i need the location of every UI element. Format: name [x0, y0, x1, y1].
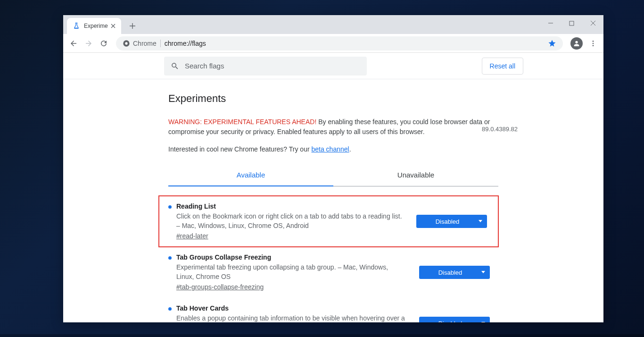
- svg-point-4: [593, 42, 594, 44]
- flags-list: Reading ListClick on the Bookmark icon o…: [168, 186, 498, 322]
- flag-title: Tab Groups Collapse Freezing: [176, 253, 405, 261]
- browser-toolbar: Chrome chrome://flags: [63, 34, 603, 53]
- url-text: chrome://flags: [165, 40, 206, 47]
- flag-info: Tab Hover CardsEnables a popup containin…: [176, 304, 419, 322]
- svg-point-3: [593, 41, 594, 42]
- beta-suffix: .: [349, 145, 351, 153]
- flags-topbar: Search flags Reset all: [63, 53, 603, 79]
- menu-button[interactable]: [586, 37, 600, 50]
- flag-description: Click on the Bookmark icon or right clic…: [176, 212, 402, 230]
- flag-info: Reading ListClick on the Bookmark icon o…: [176, 202, 416, 240]
- flag-hash-link[interactable]: #tab-groups-collapse-freezing: [176, 283, 264, 291]
- svg-point-2: [125, 42, 127, 44]
- flag-row: Tab Groups Collapse FreezingExperimental…: [168, 247, 498, 298]
- bookmark-star-icon[interactable]: [548, 39, 556, 48]
- warning-text: WARNING: EXPERIMENTAL FEATURES AHEAD! By…: [168, 117, 498, 137]
- flag-title: Tab Hover Cards: [176, 304, 405, 312]
- flags-tabs: Available Unavailable: [168, 164, 498, 186]
- tab-title: Experime: [84, 23, 108, 29]
- content-scroll[interactable]: Search flags Reset all 89.0.4389.82 Expe…: [63, 53, 603, 322]
- window-controls: [540, 15, 603, 31]
- window-maximize-button[interactable]: [561, 15, 582, 31]
- reload-button[interactable]: [97, 37, 110, 50]
- beta-text: Interested in cool new Chrome features? …: [168, 145, 498, 153]
- page-title: Experiments: [168, 93, 498, 105]
- flags-page: Experiments WARNING: EXPERIMENTAL FEATUR…: [168, 79, 498, 322]
- svg-rect-0: [570, 21, 574, 25]
- taskbar: [0, 334, 644, 337]
- back-button[interactable]: [67, 37, 80, 50]
- address-bar[interactable]: Chrome chrome://flags: [116, 36, 563, 51]
- flag-state-select[interactable]: Disabled: [419, 266, 490, 279]
- content-area: Search flags Reset all 89.0.4389.82 Expe…: [63, 53, 603, 322]
- search-flags-input[interactable]: Search flags: [164, 57, 367, 76]
- flag-hash-link[interactable]: #read-later: [176, 232, 208, 240]
- browser-tab[interactable]: Experime: [67, 18, 121, 34]
- flag-description: Experimental tab freezing upon collapsin…: [176, 263, 405, 281]
- tab-close-icon[interactable]: [110, 23, 116, 29]
- tab-unavailable[interactable]: Unavailable: [333, 164, 498, 186]
- search-icon: [171, 62, 179, 70]
- window-close-button[interactable]: [582, 15, 603, 31]
- flag-title: Reading List: [176, 202, 402, 210]
- reset-all-button[interactable]: Reset all: [482, 58, 523, 75]
- flask-icon: [73, 22, 80, 30]
- forward-button[interactable]: [82, 37, 95, 50]
- flag-info: Tab Groups Collapse FreezingExperimental…: [176, 253, 419, 291]
- flag-description: Enables a popup containing tab informati…: [176, 314, 405, 322]
- flag-row: Tab Hover CardsEnables a popup containin…: [168, 298, 498, 322]
- search-placeholder: Search flags: [185, 62, 224, 70]
- chrome-version: 89.0.4389.82: [482, 126, 518, 133]
- tab-strip: Experime: [63, 15, 603, 34]
- tab-available[interactable]: Available: [168, 164, 333, 186]
- modified-dot-icon: [168, 256, 172, 260]
- warning-bold: WARNING: EXPERIMENTAL FEATURES AHEAD!: [168, 118, 316, 126]
- flag-state-select[interactable]: Disabled: [416, 215, 487, 228]
- beta-prefix: Interested in cool new Chrome features? …: [168, 145, 311, 153]
- profile-avatar[interactable]: [570, 37, 583, 50]
- flag-state-select[interactable]: Disabled: [419, 317, 490, 322]
- browser-window: Experime: [63, 15, 603, 322]
- reset-all-label: Reset all: [490, 62, 515, 70]
- site-chip: Chrome: [123, 40, 161, 47]
- site-chip-label: Chrome: [133, 40, 157, 47]
- flag-row: Reading ListClick on the Bookmark icon o…: [159, 196, 498, 247]
- page-inner: 89.0.4389.82 Experiments WARNING: EXPERI…: [63, 79, 603, 322]
- chrome-icon: [123, 40, 130, 47]
- svg-point-5: [593, 45, 594, 46]
- new-tab-button[interactable]: [126, 19, 139, 33]
- beta-channel-link[interactable]: beta channel: [311, 145, 349, 153]
- modified-dot-icon: [168, 205, 172, 209]
- modified-dot-icon: [168, 307, 172, 311]
- window-minimize-button[interactable]: [540, 15, 561, 31]
